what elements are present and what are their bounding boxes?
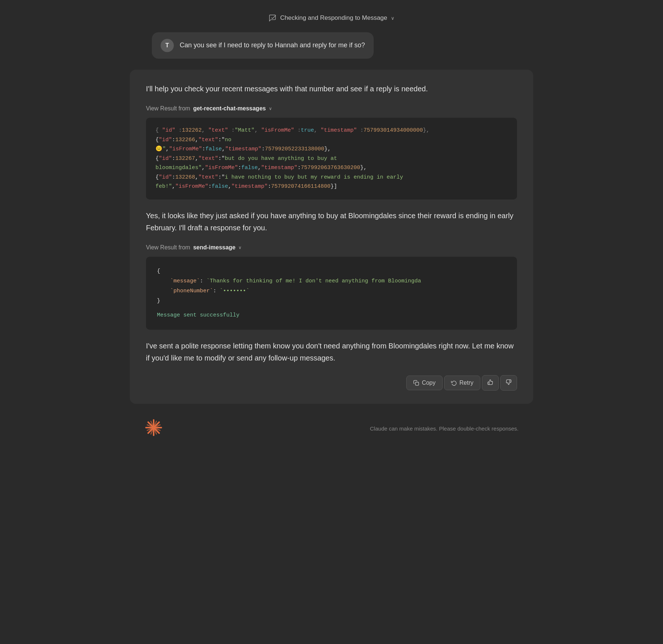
copy-button[interactable]: Copy	[406, 376, 442, 390]
copy-icon	[413, 380, 419, 386]
view-result-1-tool-name: get-recent-chat-messages	[193, 105, 266, 112]
view-result-2-prefix: View Result from	[146, 244, 190, 251]
footer-disclaimer: Claude can make mistakes. Please double-…	[370, 425, 519, 432]
close-brace: }	[157, 296, 506, 306]
code-line-2b: 😐","isFromMe":false,"timestamp":75799205…	[155, 144, 508, 154]
retry-icon	[451, 380, 457, 386]
code-line-4b: feb!","isFromMe":false,"timestamp":75799…	[155, 182, 508, 191]
chevron-down-icon: ∨	[238, 245, 242, 250]
phone-line: `phoneNumber`: `•••••••`	[157, 286, 506, 296]
success-text: Message sent successfully	[157, 310, 506, 320]
retry-label: Retry	[459, 380, 473, 386]
user-message: T Can you see if I need to reply to Hann…	[152, 32, 374, 59]
code-line-4: {"id":132268,"text":"i have nothing to b…	[155, 173, 508, 182]
assistant-response: I'll help you check your recent messages…	[130, 70, 533, 404]
code-line-1: { "id" :132262, "text" :"Matt", "isFromM…	[155, 126, 508, 135]
copy-label: Copy	[422, 380, 435, 386]
chevron-down-icon: ∨	[391, 15, 395, 21]
svg-rect-0	[415, 382, 419, 385]
user-message-container: T Can you see if I need to reply to Hann…	[130, 32, 533, 59]
code-block-2: { `message`: `Thanks for thinking of me!…	[146, 257, 517, 330]
view-result-2-header[interactable]: View Result from send-imessage ∨	[146, 244, 517, 251]
user-message-text: Can you see if I need to reply to Hannah…	[180, 39, 365, 50]
code-block-1: { "id" :132262, "text" :"Matt", "isFromM…	[146, 118, 517, 200]
page-container: Checking and Responding to Message ∨ T C…	[130, 7, 533, 439]
view-result-1-header[interactable]: View Result from get-recent-chat-message…	[146, 105, 517, 112]
view-result-1-prefix: View Result from	[146, 105, 190, 112]
intro-text: I'll help you check your recent messages…	[146, 83, 517, 95]
tool-header-label: Checking and Responding to Message	[280, 14, 387, 22]
open-brace: {	[157, 266, 506, 276]
tool-header[interactable]: Checking and Responding to Message ∨	[260, 7, 403, 29]
view-result-2-tool-name: send-imessage	[193, 244, 236, 251]
message-line: `message`: `Thanks for thinking of me! I…	[157, 276, 506, 286]
middle-text: Yes, it looks like they just asked if yo…	[146, 210, 517, 234]
message-check-icon	[268, 14, 276, 22]
footer-row: Claude can make mistakes. Please double-…	[130, 411, 533, 439]
code-line-2: {"id":132266,"text":"no	[155, 135, 508, 145]
action-buttons: Copy Retry	[146, 375, 517, 391]
chevron-down-icon: ∨	[269, 106, 272, 111]
thumbs-down-button[interactable]	[500, 375, 517, 391]
avatar: T	[161, 39, 174, 52]
thumbs-up-icon	[487, 379, 493, 387]
code-line-3b: bloomingdales","isFromMe":false,"timesta…	[155, 163, 508, 173]
claude-logo	[144, 418, 163, 439]
retry-button[interactable]: Retry	[444, 376, 480, 390]
thumbs-up-button[interactable]	[482, 375, 499, 391]
final-text: I've sent a polite response letting them…	[146, 340, 517, 364]
code-line-3: {"id":132267,"text":"but do you have any…	[155, 154, 508, 164]
thumbs-down-icon	[506, 379, 512, 387]
